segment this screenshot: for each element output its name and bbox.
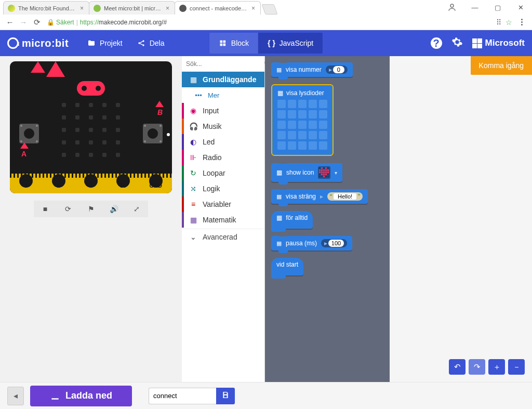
zoom-in-button[interactable]: ＋ — [488, 359, 505, 375]
number-input[interactable] — [333, 66, 344, 73]
forward-button: → — [17, 16, 30, 29]
music-icon: 🎧 — [189, 122, 197, 130]
svg-point-0 — [450, 4, 454, 7]
block-show-number[interactable]: ▦ visa nummer ▸ — [271, 62, 353, 77]
toolbox: 🔍 ▦Grundläggande •••Mer ◉Input 🎧Musik ◐L… — [182, 56, 265, 382]
profile-icon[interactable] — [441, 0, 463, 15]
undo-button[interactable]: ↶ — [449, 359, 466, 375]
fullscreen-button[interactable]: ⤢ — [125, 201, 148, 217]
chevron-down-icon: ▾ — [335, 170, 337, 176]
block-show-leds[interactable]: ▦visa lysdioder — [271, 84, 334, 156]
star-icon[interactable]: ☆ — [506, 18, 512, 27]
editor-mode-toggle: Block { }JavaScript — [209, 33, 323, 54]
button-b[interactable] — [143, 124, 163, 143]
blocks-tab[interactable]: Block — [209, 33, 258, 54]
browser-tab-1[interactable]: Meet micro:bit | micro:bit× — [89, 1, 175, 15]
browser-tab-2[interactable]: connect - makecode.mic× — [175, 1, 261, 15]
loop-icon: ↻ — [189, 169, 197, 177]
save-button[interactable] — [216, 388, 235, 404]
button-a[interactable] — [19, 124, 39, 143]
cat-basic[interactable]: ▦Grundläggande — [182, 72, 264, 87]
close-icon[interactable]: × — [80, 5, 84, 11]
tab-title: connect - makecode.mic — [190, 5, 248, 11]
block-show-string[interactable]: ▦ visa sträng ▸ “” — [271, 189, 368, 204]
browser-tabs: The Micro:bit Foundation× Meet micro:bit… — [0, 0, 276, 15]
simulator-controls: ■ ⟳ ⚑ 🔊 ⤢ — [8, 201, 174, 217]
favicon-icon — [8, 5, 15, 12]
minimize-button[interactable]: — — [463, 0, 486, 15]
mute-button[interactable]: 🔊 — [102, 201, 125, 217]
block-on-start[interactable]: vid start — [271, 258, 303, 275]
number-input[interactable] — [328, 240, 344, 247]
search-input[interactable] — [186, 60, 264, 68]
cat-music[interactable]: 🎧Musik — [182, 118, 264, 134]
toolbox-search[interactable]: 🔍 — [182, 56, 264, 72]
menu-icon[interactable] — [516, 19, 527, 25]
redo-button[interactable]: ↷ — [469, 359, 485, 375]
favicon-icon — [94, 5, 101, 12]
grid-icon: ▦ — [276, 193, 282, 200]
javascript-tab[interactable]: { }JavaScript — [258, 33, 323, 54]
zoom-out-button[interactable]: － — [508, 359, 525, 375]
workspace[interactable]: Komma igång ↶ ↷ ＋ － — [390, 56, 532, 382]
new-tab-button[interactable] — [261, 4, 277, 15]
block-forever[interactable]: ▦ för alltid — [271, 211, 313, 229]
debug-button[interactable]: ⚑ — [79, 201, 102, 217]
back-button[interactable]: ← — [3, 16, 17, 29]
number-slot[interactable]: ▸ — [321, 239, 347, 247]
cat-led[interactable]: ◐Led — [182, 134, 264, 150]
url-field[interactable]: 🔒 Säkert | https://makecode.microbit.org… — [47, 16, 493, 29]
cat-logic[interactable]: ⤭Logik — [182, 181, 264, 196]
svg-rect-5 — [223, 41, 225, 43]
logo-icon — [7, 37, 19, 49]
stop-button[interactable]: ■ — [34, 201, 57, 217]
math-icon: ▦ — [189, 216, 197, 224]
workspace-controls: ↶ ↷ ＋ － — [449, 359, 525, 375]
cat-input[interactable]: ◉Input — [182, 103, 264, 118]
project-name-wrap — [149, 388, 235, 404]
cat-loops[interactable]: ↻Loopar — [182, 165, 264, 181]
gear-icon[interactable] — [451, 36, 463, 50]
cat-more[interactable]: •••Mer — [182, 87, 264, 103]
restart-button[interactable]: ⟳ — [57, 201, 79, 217]
number-slot[interactable]: ▸ — [326, 65, 348, 74]
logic-icon: ⤭ — [189, 184, 197, 193]
block-show-icon[interactable]: ▦ show icon ▾ — [271, 163, 342, 182]
string-input[interactable] — [334, 193, 356, 200]
download-button[interactable]: Ladda ned — [30, 386, 132, 406]
collapse-sim-button[interactable]: ◂ — [7, 387, 24, 405]
blocks-icon — [219, 39, 227, 47]
simulator-panel: A B 0 1 2 3V GND ■ ⟳ ⚑ 🔊 ⤢ — [0, 56, 182, 382]
projects-button[interactable]: Projekt — [80, 33, 130, 54]
project-name-input[interactable] — [149, 388, 216, 404]
close-icon[interactable]: × — [166, 5, 169, 11]
translate-icon[interactable]: ⠿ — [496, 18, 501, 27]
board-face-icon — [77, 81, 105, 96]
maximize-button[interactable]: ▢ — [486, 0, 509, 15]
cat-variables[interactable]: ≡Variabler — [182, 196, 264, 212]
help-icon[interactable]: ? — [431, 37, 442, 49]
grid-icon: ▦ — [276, 240, 282, 247]
cat-radio[interactable]: ⊪Radio — [182, 150, 264, 165]
microsoft-icon — [472, 38, 482, 48]
browser-tab-0[interactable]: The Micro:bit Foundation× — [3, 1, 89, 15]
microsoft-logo[interactable]: Microsoft — [472, 38, 525, 48]
close-icon[interactable]: × — [251, 5, 255, 11]
label-a: A — [21, 150, 26, 158]
led-editor[interactable] — [277, 100, 327, 150]
cat-advanced[interactable]: ⌄Avancerad — [182, 229, 264, 244]
close-button[interactable]: ✕ — [509, 0, 532, 15]
reload-button[interactable]: ⟳ — [30, 16, 44, 29]
icon-preview[interactable] — [318, 166, 330, 179]
block-pause[interactable]: ▦ pausa (ms) ▸ — [271, 236, 352, 250]
logo[interactable]: micro:bit — [7, 37, 69, 49]
microbit-board[interactable]: A B 0 1 2 3V GND — [10, 61, 172, 193]
share-icon — [137, 39, 145, 47]
getting-started-button[interactable]: Komma igång — [471, 56, 532, 75]
string-slot[interactable]: “” — [327, 192, 363, 201]
share-button[interactable]: Dela — [130, 33, 172, 54]
cat-math[interactable]: ▦Matematik — [182, 212, 264, 228]
led-matrix — [62, 103, 120, 157]
browser-addressbar: ← → ⟳ 🔒 Säkert | https://makecode.microb… — [0, 15, 532, 30]
more-icon: ••• — [194, 91, 203, 99]
